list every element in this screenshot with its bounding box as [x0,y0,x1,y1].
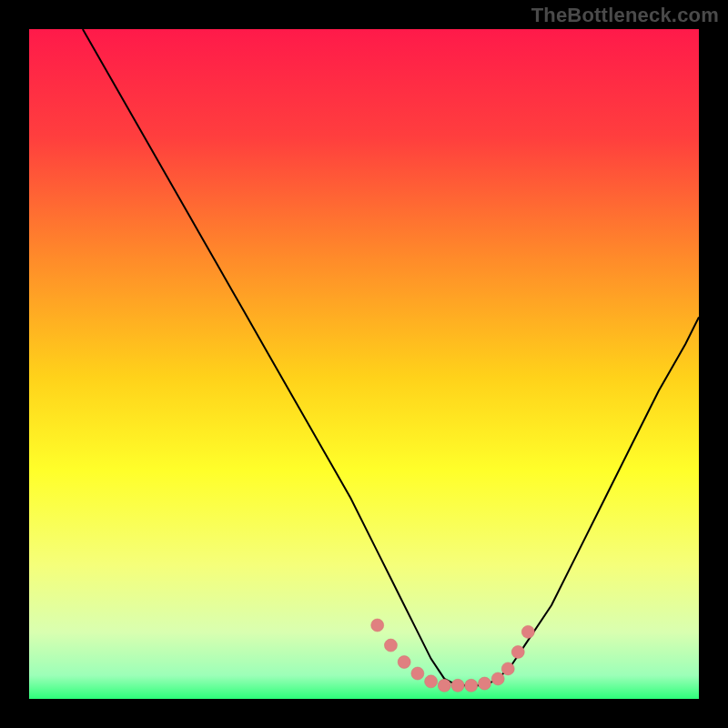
plot-background [29,29,699,699]
marker-point [478,677,490,690]
marker-point [438,679,450,692]
attribution-label: TheBottleneck.com [531,4,719,27]
marker-point [501,662,514,675]
marker-point [465,679,478,692]
chart-frame: TheBottleneck.com [0,0,728,728]
marker-point [491,672,504,685]
marker-point [398,656,410,669]
marker-point [451,679,464,692]
marker-point [384,639,397,652]
marker-point [411,667,424,680]
marker-point [521,625,534,638]
marker-point [425,675,438,688]
marker-point [511,645,524,658]
marker-point [371,619,384,632]
bottleneck-chart [0,0,728,728]
